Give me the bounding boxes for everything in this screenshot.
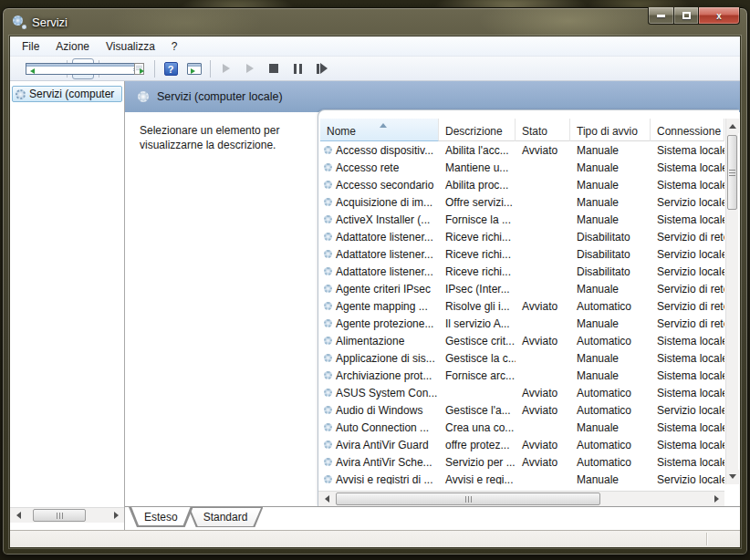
table-row[interactable]: Adattatore listener...Riceve richi...Dis… [320, 228, 724, 245]
service-status-cell: Avviato [516, 439, 570, 451]
table-row[interactable]: Auto Connection ...Crea una co...Manuale… [320, 419, 724, 436]
service-startup-type-cell: Manuale [570, 213, 651, 226]
minimize-button[interactable] [648, 7, 674, 25]
list-vertical-scrollbar[interactable] [725, 119, 738, 484]
play-icon [246, 64, 258, 73]
list-hscroll-thumb[interactable] [336, 493, 600, 505]
column-header-connessione[interactable]: Connessione [651, 119, 724, 141]
tree-scroll-thumb[interactable] [33, 509, 86, 522]
minimize-icon [657, 15, 665, 17]
service-description-cell: Riceve richi... [439, 265, 516, 278]
service-logon-cell: Sistema locale [651, 421, 724, 434]
table-row[interactable]: ASUS System Con...AvviatoAutomaticoSiste… [320, 384, 724, 401]
toolbar-separator [210, 60, 211, 78]
table-row[interactable]: Agente mapping ...Risolve gli i...Avviat… [320, 297, 724, 315]
service-startup-type-cell: Manuale [570, 144, 651, 157]
list-vscroll-thumb[interactable] [727, 135, 737, 210]
service-logon-cell: Sistema locale [651, 369, 724, 382]
window-client-area: FileAzioneVisualizza? ↻? Servizi (comput… [9, 36, 741, 548]
service-status-cell: Avviato [516, 456, 570, 469]
table-row[interactable]: Agente criteri IPsecIPsec (Inter...Manua… [320, 280, 724, 297]
table-row[interactable]: Avira AntiVir Sche...Servizio per ...Avv… [320, 453, 724, 471]
table-body: Accesso dispositiv...Abilita l'acc...Avv… [320, 141, 724, 484]
service-gear-icon [324, 198, 332, 206]
table-row[interactable]: ActiveX Installer (...Fornisce la ...Man… [320, 211, 724, 228]
list-hscroll-track[interactable] [334, 492, 709, 506]
service-startup-type-cell: Manuale [570, 352, 651, 365]
table-row[interactable]: Audio di WindowsGestisce l'a...AvviatoAu… [320, 401, 724, 419]
service-name: Applicazione di sis... [336, 352, 435, 365]
service-gear-icon [324, 319, 332, 327]
show-console-tree-button[interactable] [72, 58, 94, 79]
stop-service-button[interactable] [263, 58, 285, 79]
service-name-cell: Accesso secondario [320, 179, 439, 192]
list-scroll-down-button[interactable] [726, 470, 739, 484]
tree-horizontal-scrollbar[interactable] [10, 507, 124, 523]
column-header-label: Tipo di avvio [577, 125, 638, 138]
tab-standard[interactable]: Standard [188, 507, 264, 527]
menu-item-azione[interactable]: Azione [47, 37, 98, 56]
list-scroll-up-button[interactable] [726, 119, 739, 133]
tree-scroll-left-button[interactable] [10, 508, 26, 523]
selection-hint-line1: Selezionare un elemento per [140, 123, 279, 138]
service-name: Alimentazione [336, 335, 404, 347]
service-logon-cell: Sistema locale [651, 456, 724, 469]
column-header-descrizione[interactable]: Descrizione [439, 119, 516, 141]
service-name-cell: Auto Connection ... [320, 421, 439, 434]
table-row[interactable]: Archiviazione prot...Fornisce arc...Manu… [320, 367, 724, 384]
service-description-cell: Abilita proc... [439, 179, 516, 192]
close-button[interactable]: x [699, 7, 740, 25]
service-gear-icon [324, 233, 332, 241]
column-header-stato[interactable]: Stato [516, 119, 570, 141]
list-scroll-right-button[interactable] [709, 492, 724, 506]
table-row[interactable]: Adattatore listener...Riceve richi...Dis… [320, 263, 724, 280]
service-startup-type-cell: Manuale [570, 369, 651, 382]
list-scroll-left-button[interactable] [318, 492, 334, 506]
tree-item-services[interactable]: Servizi (computer [12, 86, 122, 102]
service-description-cell: Gestisce crit... [439, 335, 516, 347]
tab-esteso[interactable]: Esteso [129, 507, 193, 527]
table-row[interactable]: Applicazione di sis...Gestisce la c...Ma… [320, 349, 724, 367]
service-name-cell: Audio di Windows [320, 404, 439, 417]
table-row[interactable]: Avvisi e registri di ...Avvisi e regi...… [320, 471, 724, 484]
pause-service-button[interactable] [286, 58, 308, 79]
column-header-tipo-di-avvio[interactable]: Tipo di avvio [570, 119, 651, 141]
service-logon-cell: Servizio locale [651, 196, 724, 209]
table-row[interactable]: Adattatore listener...Riceve richi...Dis… [320, 245, 724, 263]
title-bar[interactable]: Servizi x [3, 8, 747, 36]
service-name: Adattatore listener... [336, 248, 433, 261]
service-description-cell: Riceve richi... [439, 231, 516, 244]
help-button[interactable]: ? [160, 58, 182, 79]
show-action-pane-button[interactable] [183, 58, 205, 79]
status-bar [10, 530, 740, 547]
service-name-cell: Agente criteri IPsec [320, 283, 439, 296]
services-window: Servizi x FileAzioneVisualizza? ↻? Servi… [2, 7, 748, 555]
table-row[interactable]: Accesso dispositiv...Abilita l'acc...Avv… [320, 141, 724, 159]
table-row[interactable]: Avira AntiVir Guardoffre protez...Avviat… [320, 436, 724, 453]
table-row[interactable]: Agente protezione...Il servizio A...Manu… [320, 315, 724, 332]
menu-item-[interactable]: ? [163, 37, 186, 56]
service-logon-cell: Servizio locale [651, 265, 724, 278]
maximize-button[interactable] [674, 7, 699, 25]
console-tree-panel: Servizi (computer [10, 81, 125, 530]
table-row[interactable]: AlimentazioneGestisce crit...AvviatoAuto… [320, 332, 724, 349]
menu-item-visualizza[interactable]: Visualizza [98, 37, 163, 56]
column-header-nome[interactable]: Nome [320, 119, 439, 141]
menu-bar: FileAzioneVisualizza? [10, 36, 740, 57]
tree-scroll-track[interactable] [26, 508, 109, 523]
list-horizontal-scrollbar[interactable] [318, 491, 724, 506]
table-row[interactable]: Accesso secondarioAbilita proc...Manuale… [320, 176, 724, 193]
resume-service-button[interactable] [239, 58, 261, 79]
start-service-button[interactable] [215, 58, 237, 79]
scroll-right-icon [114, 512, 122, 519]
table-row[interactable]: Accesso reteMantiene u...ManualeSistema … [320, 159, 724, 176]
tree-scroll-right-button[interactable] [109, 508, 124, 523]
service-name: ActiveX Installer (... [336, 213, 430, 226]
list-vscroll-track[interactable] [726, 133, 738, 470]
service-name: Adattatore listener... [336, 265, 433, 278]
table-row[interactable]: Acquisizione di im...Offre servizi...Man… [320, 193, 724, 211]
service-startup-type-cell: Automatico [570, 387, 651, 399]
menu-item-file[interactable]: File [14, 37, 47, 56]
restart-service-button[interactable] [310, 58, 332, 79]
scroll-left-icon [13, 512, 21, 519]
